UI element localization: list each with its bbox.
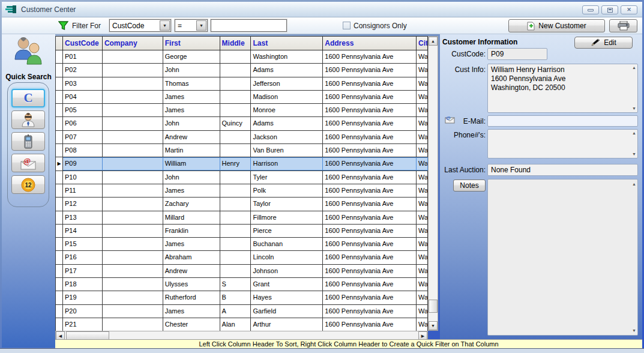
email-field[interactable] (487, 115, 638, 127)
table-row[interactable]: P04JamesMadison1600 Pennsylvania AveWash… (56, 91, 428, 104)
cell-company (103, 50, 163, 63)
table-row[interactable]: P20JamesAGarfield1600 Pennsylvania AveWa… (56, 305, 428, 318)
quick-search-phone-button[interactable] (11, 132, 45, 151)
cell-first: Ulysses (163, 278, 220, 291)
cell-middle (220, 91, 251, 103)
cell-city: Washington (417, 198, 428, 210)
cell-city: Washington (417, 278, 428, 291)
table-row[interactable]: P07AndrewJackson1600 Pennsylvania AveWas… (56, 131, 428, 144)
cell-first: Thomas (163, 77, 220, 90)
table-row[interactable]: P21ChesterAlanArthur1600 Pennsylvania Av… (56, 318, 428, 331)
phones-scroll-down-icon[interactable]: ▼ (632, 152, 636, 156)
cell-address: 1600 Pennsylvania Ave (323, 318, 417, 331)
maximize-button[interactable] (601, 5, 618, 14)
notes-scroll-down-icon[interactable]: ▼ (632, 328, 636, 333)
cell-first: James (163, 184, 220, 197)
table-row[interactable]: P06JohnQuincyAdams1600 Pennsylvania AveW… (56, 117, 428, 130)
phones-field[interactable] (487, 129, 638, 158)
table-row[interactable]: P10JohnTyler1600 Pennsylvania AveWashing… (56, 171, 428, 184)
custcode-c-icon: C (23, 91, 32, 106)
cell-last: Johnson (251, 265, 323, 277)
cell-city: Washington (417, 104, 428, 116)
quick-search-sidebar: Quick Search C (2, 34, 55, 348)
column-header-middle[interactable]: Middle (220, 37, 251, 50)
cell-city: Washington (417, 291, 428, 304)
chevron-down-icon[interactable]: ▼ (196, 20, 206, 31)
table-row[interactable]: P02JohnAdams1600 Pennsylvania AveWashing… (56, 64, 428, 77)
table-row[interactable]: P15JamesBuchanan1600 Pennsylvania AveWas… (56, 238, 428, 251)
cell-city: Washington (417, 265, 428, 277)
column-header-address[interactable]: Address (323, 37, 417, 50)
chevron-down-icon[interactable]: ▼ (160, 20, 170, 31)
table-row[interactable]: P14FranklinPierce1600 Pennsylvania AveWa… (56, 225, 428, 238)
custinfo-field[interactable]: William Henry Harrison 1600 Pennsylvania… (487, 64, 638, 113)
new-customer-button[interactable]: New Customer (508, 19, 605, 32)
cell-company (103, 278, 163, 291)
column-header-first[interactable]: First (163, 37, 220, 50)
row-selector (56, 225, 63, 237)
table-row[interactable]: P18UlyssesSGrant1600 Pennsylvania AveWas… (56, 278, 428, 291)
cell-address: 1600 Pennsylvania Ave (323, 238, 417, 250)
cell-middle (220, 265, 251, 277)
table-row[interactable]: P03ThomasJefferson1600 Pennsylvania AveW… (56, 77, 428, 91)
quick-search-auction-button[interactable]: 12 (11, 175, 45, 194)
table-row[interactable]: P05JamesMonroe1600 Pennsylvania AveWashi… (56, 104, 428, 117)
phones-scroll-up-icon[interactable]: ▲ (632, 131, 636, 135)
cell-city: Washington (417, 77, 428, 90)
cell-custcode: P11 (63, 184, 103, 197)
cell-last: Fillmore (251, 211, 323, 224)
grid-vertical-scrollbar[interactable]: ▲ ▼ (428, 36, 438, 331)
customer-grid: CustCodeCompanyFirstMiddleLastAddressCit… (55, 36, 428, 331)
cell-middle (220, 131, 251, 143)
scroll-up-button[interactable]: ▲ (429, 37, 438, 46)
table-row[interactable]: P08MartinVan Buren1600 Pennsylvania AveW… (56, 144, 428, 157)
cell-company (103, 117, 163, 130)
row-selector (56, 265, 63, 277)
filter-field-select[interactable]: CustCode ▼ (109, 19, 171, 32)
vertical-scroll-thumb[interactable] (429, 300, 438, 313)
column-header-last[interactable]: Last (251, 37, 323, 50)
close-icon: ✕ (627, 7, 631, 13)
cell-address: 1600 Pennsylvania Ave (323, 291, 417, 304)
table-row[interactable]: P01GeorgeWashington1600 Pennsylvania Ave… (56, 50, 428, 64)
notes-field[interactable] (487, 179, 638, 336)
scroll-down-button[interactable]: ▼ (429, 321, 438, 330)
cell-custcode: P14 (63, 225, 103, 237)
notes-scroll-up-icon[interactable]: ▲ (632, 182, 636, 186)
row-selector (56, 171, 63, 184)
cell-address: 1600 Pennsylvania Ave (323, 64, 417, 76)
cell-address: 1600 Pennsylvania Ave (323, 305, 417, 318)
table-row[interactable]: P12ZacharyTaylor1600 Pennsylvania AveWas… (56, 198, 428, 211)
table-row[interactable]: P16AbrahamLincoln1600 Pennsylvania AveWa… (56, 251, 428, 264)
filter-value-input[interactable] (211, 19, 287, 32)
table-row[interactable]: P17AndrewJohnson1600 Pennsylvania AveWas… (56, 265, 428, 278)
lastauction-label: Last Auction: (440, 166, 486, 174)
grid-body: P01GeorgeWashington1600 Pennsylvania Ave… (56, 50, 428, 331)
custinfo-scroll-up-icon[interactable]: ▲ (632, 65, 636, 70)
table-row[interactable]: ▶P09WilliamHenryHarrison1600 Pennsylvani… (56, 157, 428, 170)
custinfo-scroll-down-icon[interactable]: ▼ (632, 106, 636, 110)
cell-first: John (163, 117, 220, 130)
cell-city: Washington (417, 184, 428, 197)
cell-company (103, 265, 163, 277)
close-button[interactable]: ✕ (621, 5, 637, 14)
quick-search-email-button[interactable]: @ (11, 154, 45, 172)
filter-for-label: Filter For (72, 22, 101, 30)
quick-search-custcode-button[interactable]: C (11, 89, 45, 107)
cell-last: Polk (251, 184, 323, 197)
table-row[interactable]: P19RutherfordBHayes1600 Pennsylvania Ave… (56, 291, 428, 304)
edit-button[interactable]: Edit (574, 37, 633, 49)
cell-company (103, 157, 163, 170)
print-button[interactable] (609, 19, 637, 32)
column-header-city[interactable]: City (417, 37, 428, 50)
notes-button[interactable]: Notes (453, 180, 486, 192)
filter-operator-select[interactable]: = ▼ (175, 19, 208, 32)
column-header-custcode[interactable]: CustCode (63, 37, 103, 50)
cell-company (103, 198, 163, 210)
minimize-button[interactable] (582, 5, 599, 14)
quick-search-name-button[interactable] (11, 110, 45, 129)
table-row[interactable]: P13MillardFillmore1600 Pennsylvania AveW… (56, 211, 428, 225)
consignors-only-checkbox[interactable] (343, 22, 351, 29)
column-header-company[interactable]: Company (103, 37, 163, 50)
table-row[interactable]: P11JamesPolk1600 Pennsylvania AveWashing… (56, 184, 428, 198)
